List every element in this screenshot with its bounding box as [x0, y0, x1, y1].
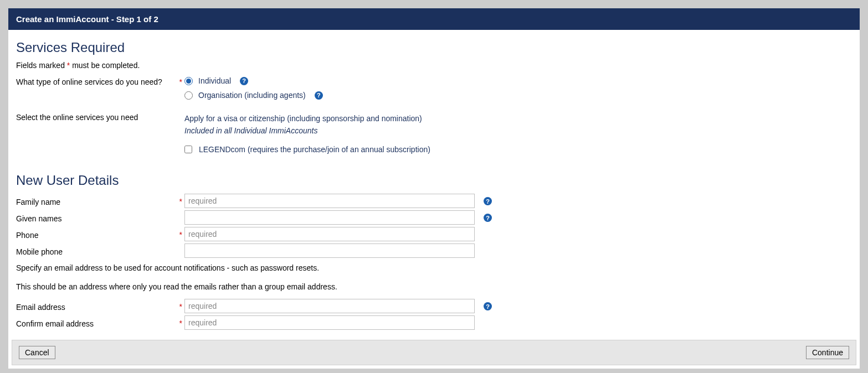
help-icon[interactable]: ?	[484, 302, 492, 310]
confirm-email-label: Confirm email address	[16, 317, 177, 328]
checkbox-legendcom[interactable]	[184, 146, 192, 153]
form-panel: Create an ImmiAccount - Step 1 of 2 Serv…	[8, 8, 860, 369]
content-area: Services Required Fields marked * must b…	[8, 30, 860, 335]
cancel-button[interactable]: Cancel	[19, 346, 55, 359]
family-name-input[interactable]	[184, 194, 475, 208]
phone-row: Phone *	[16, 227, 852, 241]
required-marker: *	[179, 77, 182, 86]
help-icon[interactable]: ?	[240, 77, 248, 85]
section-heading-services: Services Required	[16, 40, 852, 55]
confirm-email-input[interactable]	[184, 315, 475, 330]
checkbox-legendcom-label[interactable]: LEGENDcom (requires the purchase/join of…	[199, 145, 430, 154]
service-type-row: What type of online services do you need…	[16, 76, 852, 100]
given-names-row: Given names ?	[16, 210, 852, 225]
family-name-label: Family name	[16, 195, 177, 206]
service-type-label: What type of online services do you need…	[16, 76, 177, 86]
email-row: Email address * ?	[16, 299, 852, 313]
help-icon[interactable]: ?	[484, 214, 492, 222]
email-info-2: This should be an address where only you…	[16, 282, 852, 291]
visa-service-desc: Apply for a visa or citizenship (includi…	[184, 114, 430, 123]
mobile-row: Mobile phone	[16, 244, 852, 258]
button-bar: Cancel Continue	[12, 340, 856, 365]
section-heading-user: New User Details	[16, 173, 852, 188]
phone-input[interactable]	[184, 227, 475, 241]
page-title: Create an ImmiAccount - Step 1 of 2	[16, 14, 158, 24]
confirm-email-row: Confirm email address *	[16, 315, 852, 330]
radio-individual-label[interactable]: Individual	[198, 76, 231, 85]
email-label: Email address	[16, 301, 177, 312]
radio-organisation[interactable]	[184, 91, 193, 100]
given-names-input[interactable]	[184, 210, 475, 225]
radio-individual[interactable]	[184, 77, 193, 85]
header-bar: Create an ImmiAccount - Step 1 of 2	[8, 8, 860, 30]
select-services-label: Select the online services you need	[16, 112, 177, 122]
select-services-row: Select the online services you need Appl…	[16, 112, 852, 154]
help-icon[interactable]: ?	[484, 197, 492, 205]
given-names-label: Given names	[16, 212, 177, 223]
phone-label: Phone	[16, 229, 177, 240]
radio-organisation-label[interactable]: Organisation (including agents)	[198, 91, 306, 100]
required-fields-note: Fields marked * must be completed.	[16, 61, 852, 70]
included-note: Included in all Individual ImmiAccounts	[184, 126, 430, 135]
family-name-row: Family name * ?	[16, 194, 852, 208]
mobile-label: Mobile phone	[16, 245, 177, 256]
continue-button[interactable]: Continue	[806, 346, 849, 359]
email-input[interactable]	[184, 299, 475, 313]
email-info-1: Specify an email address to be used for …	[16, 263, 852, 272]
mobile-input[interactable]	[184, 244, 475, 258]
service-type-radio-group: Individual ? Organisation (including age…	[184, 76, 323, 100]
help-icon[interactable]: ?	[315, 91, 323, 100]
